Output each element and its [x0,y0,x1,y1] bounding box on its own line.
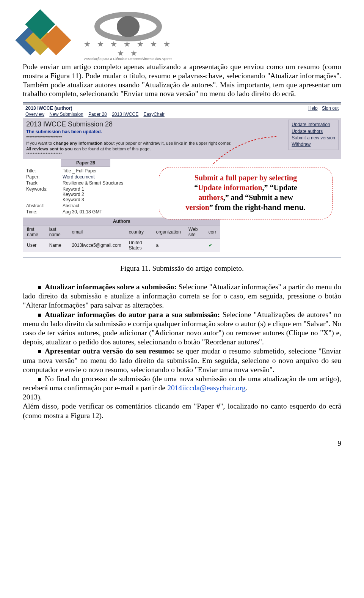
ec-menu-newsubmission[interactable]: New Submission [49,112,83,117]
svg-point-1 [117,16,140,37]
ec-role: 2013 IWCCE (author) [25,106,72,111]
tail-paragraph: Além disso, pode verificar os comentário… [23,402,341,420]
assoc-caption: Associação para a Ciência e Desenvolvime… [79,57,177,61]
ec-menu-iwcce[interactable]: 2013 IWCCE [112,112,138,117]
bullet-3: Apresentar outra versão do seu resumo: s… [23,347,341,374]
ec-menu-overview[interactable]: Overview [25,112,44,117]
ec-sep-stars-2: ********************** [26,152,338,156]
ec-side-submit-new[interactable]: Submit a new version [292,135,335,140]
ec-menu-paper28[interactable]: Paper 28 [88,112,107,117]
ec-signout-link[interactable]: Sign out [322,106,339,111]
page-number: 9 [23,420,341,448]
ec-authors-table: first name last name email country organ… [23,225,220,252]
ec-side-update-info[interactable]: Update information [292,122,330,127]
bullet-1: Atualizar informações sobre a submissão:… [23,282,341,310]
star-row: ★ ★ ★ ★ ★ ★ ★ ★ ★ [79,39,177,58]
callout-arrow-icon [204,135,280,169]
header-logos: ★ ★ ★ ★ ★ ★ ★ ★ ★ Associação para a Ciên… [23,11,341,61]
ec-menu-easychair[interactable]: EasyChair [144,112,165,117]
ec-callout-bubble: Submit a full paper by selecting “Update… [159,167,333,219]
ec-side-update-authors[interactable]: Update authors [292,129,323,134]
ec-word-doc-link[interactable]: Word document [63,174,95,180]
line-2013: 2013). [23,393,341,402]
ec-properties: Title:Title _ Full Paper Paper:Word docu… [23,167,162,218]
eye-logo: ★ ★ ★ ★ ★ ★ ★ ★ ★ Associação para a Ciên… [79,11,177,61]
ec-help-link[interactable]: Help [308,106,318,111]
easychair-screenshot: 2013 IWCCE (author) Help Sign out Overvi… [23,102,341,257]
email-link[interactable]: 2014iiccda@easychair.org [167,384,246,392]
table-row: User Name 2013iwcce5@gmail.com United St… [23,239,220,252]
bullet-2: Atualizar informações do autor para a su… [23,310,341,347]
figure-caption: Figura 11. Submissão do artigo completo. [23,264,341,273]
ec-menu: Overview New Submission Paper 28 2013 IW… [23,112,341,118]
ec-side-withdraw[interactable]: Withdraw [292,142,311,147]
diamond-logo [23,11,76,57]
ec-paper-header: Paper 28 [61,159,110,167]
intro-paragraph: Pode enviar um artigo completo apenas at… [23,62,341,98]
bullet-4: No final do processo de submissão (de um… [23,374,341,393]
ec-side-menu: Update information Update authors Submit… [288,120,339,150]
